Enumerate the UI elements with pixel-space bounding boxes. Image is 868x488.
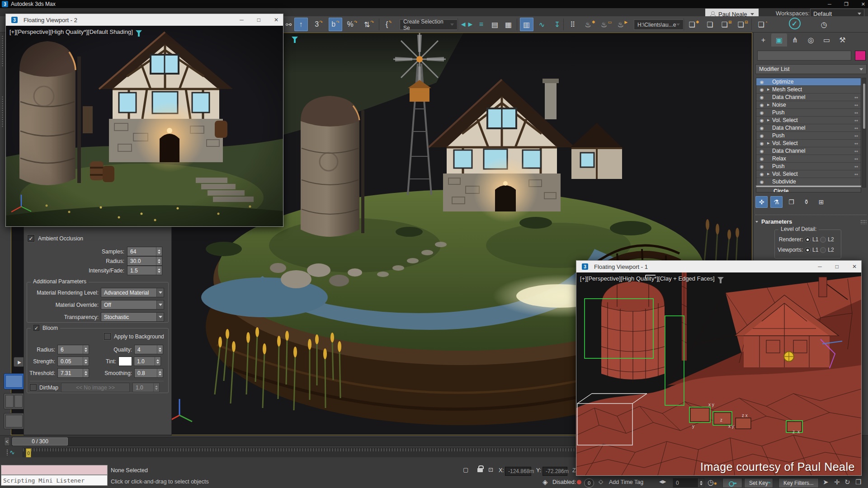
modifier-visibility-eye-icon[interactable]: ◉ [756, 149, 767, 154]
window-close-button[interactable]: ✕ [861, 1, 865, 7]
floating-viewport-2-titlebar[interactable]: 3 Floating Viewport - 2 ─ □ ✕ [6, 14, 283, 26]
dock-grip[interactable] [1, 35, 4, 67]
modifier-stack-row[interactable]: ◉ ▶ Push ⁎⁎ [756, 163, 861, 170]
stack-toolbar-button[interactable]: ✜ [755, 196, 768, 208]
modifier-visibility-eye-icon[interactable]: ◉ [756, 103, 767, 108]
bloom-tint-spinner[interactable]: 1.0 [134, 357, 161, 366]
toolbar-icon-button[interactable]: ❏ ⊞ [720, 18, 733, 31]
time-slider-handle[interactable]: 0 / 300 [12, 437, 68, 446]
project-path-dropdown[interactable]: H:\Clients\au...eModeling_001 [634, 19, 684, 30]
toolbar-icon-button[interactable]: ▥ [520, 18, 533, 31]
minimize-icon[interactable]: ─ [818, 263, 822, 270]
modifier-stack-row[interactable]: ◉ ▶ Data Channel ⁎⁎ [756, 124, 861, 132]
viewport-2-shading-label[interactable]: [+][Perspective][High Quality*][Default … [9, 28, 133, 35]
modifier-visibility-eye-icon[interactable]: ◉ [756, 126, 767, 131]
ambient-occlusion-checkbox[interactable]: ✓ [28, 235, 34, 242]
radius-spinner[interactable]: 30.0 [127, 256, 162, 266]
toolbar-icon-button[interactable]: ↑ [294, 18, 308, 31]
modifier-stack-scrollbar[interactable] [862, 78, 866, 188]
toolbar-icon-button[interactable]: ❏ ⊟ [736, 18, 750, 31]
dirtmap-image-button[interactable]: << No image >> [61, 383, 130, 392]
toolbar-icon-button[interactable]: ▤ [488, 18, 502, 31]
modifier-stack-row[interactable]: ◉ ▶ Optimize ⁎⁎ [756, 78, 861, 86]
toolbar-icon-button[interactable]: ♨ ▶ [616, 18, 629, 31]
toolbar-icon-button[interactable]: ✓ [789, 18, 801, 29]
window-minimize-button[interactable]: ─ [828, 1, 831, 7]
parameters-rollout-header[interactable]: Parameters [755, 219, 867, 225]
command-panel-tab[interactable]: ⚒ [835, 33, 850, 47]
maximize-viewport-toggle-icon[interactable]: ❒ [855, 478, 861, 486]
floating-viewport-1-window[interactable]: 3 Floating Viewport - 1 ─ □ ✕ [+][Perspe… [576, 260, 862, 476]
modifier-visibility-eye-icon[interactable]: ◉ [756, 179, 767, 184]
command-panel-tab[interactable]: ◎ [803, 33, 819, 47]
modifier-stack-row[interactable]: ◉ ▶ Push ⁎⁎ [756, 109, 861, 117]
maximize-icon[interactable]: □ [835, 263, 839, 270]
object-color-swatch[interactable] [855, 51, 866, 61]
renderer-l2-radio[interactable] [820, 237, 826, 243]
samples-spinner[interactable]: 64 [127, 247, 162, 256]
floating-viewport-2-canvas[interactable]: [+][Perspective][High Quality*][Default … [6, 26, 283, 226]
toolbar-icon-button[interactable]: ⚯ [282, 18, 296, 31]
modifier-expand-arrow-icon[interactable]: ▶ [767, 118, 772, 122]
maxscript-mini-listener-macro[interactable] [1, 465, 108, 475]
modifier-stack-row[interactable]: ◉ ▶ Relax ⁎⁎ [756, 155, 861, 163]
modifier-visibility-eye-icon[interactable]: ◉ [756, 141, 767, 146]
close-icon[interactable]: ✕ [274, 17, 278, 23]
toolbar-icon-button[interactable]: ∿ [535, 18, 549, 31]
bloom-radius-spinner[interactable]: 6 [57, 345, 89, 354]
toolbar-icon-button[interactable]: b ↷ [329, 18, 342, 31]
dirtmap-amount-spinner[interactable]: 1.0 [132, 383, 160, 392]
modifier-stack-row[interactable]: ◉ ▶ Subdivide ⁎⁎ [756, 178, 861, 186]
base-object-row[interactable]: Circle [756, 188, 861, 192]
toolbar-icon-button[interactable]: ⇅ ↷ [362, 18, 376, 31]
modifier-stack-row[interactable]: ◉ ▶ Vol. Select ⁎⁎ [756, 117, 861, 124]
toolbar-icon-button[interactable]: ↧ [551, 18, 564, 31]
counter-button[interactable]: 0 [584, 479, 594, 488]
modifier-stack-row[interactable]: ◉ ▶ Vol. Select ⁎⁎ [756, 140, 861, 147]
modifier-visibility-eye-icon[interactable]: ◉ [756, 133, 767, 138]
viewports-l1-radio[interactable] [805, 247, 811, 253]
floating-viewport-1-canvas[interactable]: [+][Perspective][High Quality*][Clay + E… [576, 272, 861, 475]
material-rendering-level-dropdown[interactable]: Advanced Material [101, 288, 164, 297]
modifier-list-dropdown[interactable]: Modifier List [755, 64, 867, 74]
modifier-stack-row[interactable]: ◉ ▶ Vol. Select ⁎⁎ [756, 170, 861, 178]
selection-region-icon[interactable]: ▢ [463, 466, 468, 473]
orbit-view-icon[interactable]: ↻ [844, 478, 850, 486]
add-time-tag[interactable]: Add Time Tag [609, 479, 643, 485]
modifier-visibility-eye-icon[interactable]: ◉ [756, 156, 767, 161]
modifier-visibility-eye-icon[interactable]: ◉ [756, 110, 767, 115]
modifier-expand-arrow-icon[interactable]: ▶ [767, 103, 772, 107]
viewport-filter-funnel-icon[interactable] [717, 277, 724, 281]
renderer-l1-radio[interactable] [805, 237, 811, 243]
viewport-layout-tab-1[interactable] [4, 373, 24, 389]
stack-toolbar-button[interactable]: ❐ [785, 196, 797, 208]
bloom-checkbox[interactable]: ✓ [33, 325, 40, 331]
material-override-dropdown[interactable]: Off [101, 300, 164, 310]
modifier-expand-arrow-icon[interactable]: ▶ [767, 88, 772, 91]
toolbar-icon-button[interactable]: ⠿ [566, 18, 580, 31]
track-bar[interactable]: 0 [23, 448, 576, 458]
viewport-layout-tab-3[interactable] [4, 413, 24, 429]
time-slider-track[interactable]: 0 / 300 [12, 437, 576, 446]
maximize-icon[interactable]: □ [257, 17, 260, 23]
shield-isolate-icon[interactable]: ◈ [542, 478, 548, 486]
current-frame-marker[interactable]: 0 [26, 448, 31, 458]
modifier-stack-row[interactable]: ◉ ▶ Data Channel ⁎⁎ [756, 147, 861, 155]
bloom-tint-color-swatch[interactable] [118, 357, 132, 366]
command-panel-tab[interactable]: + [755, 33, 771, 47]
viewport-filter-funnel-icon[interactable] [136, 30, 142, 34]
dock-grip[interactable] [1, 96, 4, 127]
selection-lock-icon[interactable] [477, 468, 483, 472]
modifier-visibility-eye-icon[interactable]: ◉ [756, 164, 767, 169]
modifier-visibility-eye-icon[interactable]: ◉ [756, 95, 767, 100]
modifier-visibility-eye-icon[interactable]: ◉ [756, 172, 767, 177]
transparency-dropdown[interactable]: Stochastic [101, 312, 164, 322]
modifier-visibility-eye-icon[interactable]: ◉ [756, 87, 767, 92]
command-panel-tab[interactable]: ▣ [771, 33, 787, 47]
maxscript-mini-listener[interactable]: Scripting Mini Listener [1, 475, 108, 486]
floating-viewport-2-window[interactable]: 3 Floating Viewport - 2 ─ □ ✕ [+][Perspe… [5, 14, 283, 227]
x-coordinate-field[interactable]: -124.868m [505, 467, 531, 476]
stack-toolbar-button[interactable]: ⚱ [800, 196, 812, 208]
intensity-fade-spinner[interactable]: 1.5 [127, 266, 162, 275]
modifier-stack-row[interactable]: ◉ ▶ Data Channel ⁎⁎ [756, 94, 861, 101]
